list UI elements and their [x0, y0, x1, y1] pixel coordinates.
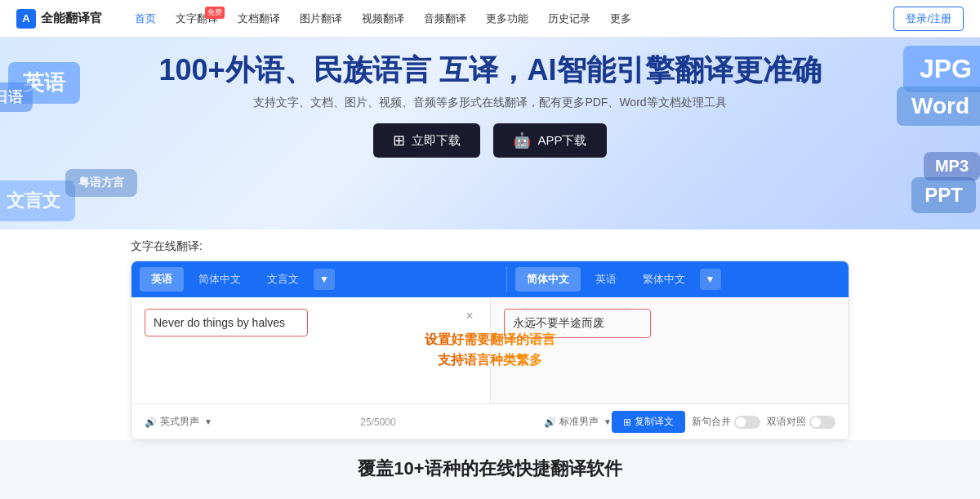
nav-item-more[interactable]: 更多	[602, 8, 639, 29]
speaker-icon: 🔊	[145, 417, 157, 428]
overlay-line2: 支持语言种类繁多	[438, 353, 542, 367]
nav-item-history[interactable]: 历史记录	[540, 8, 599, 29]
language-bar: 英语 简体中文 文言文 ▼ 简体中文 英语 繁体中文 ▼	[131, 261, 849, 297]
copy-icon: ⊞	[623, 417, 631, 428]
source-voice-label: 英式男声	[160, 415, 199, 429]
hero-buttons: ⊞ 立即下载 🤖 APP下载	[0, 123, 980, 158]
hero-content: 100+外语、民族语言 互译，AI智能引擎翻译更准确 支持文字、文档、图片、视频…	[0, 52, 980, 158]
copy-button[interactable]: ⊞ 复制译文	[612, 411, 685, 433]
source-input[interactable]: Never do things by halves	[145, 309, 308, 336]
nav-item-doc[interactable]: 文档翻译	[229, 8, 288, 29]
logo-text: 全能翻译官	[41, 11, 102, 26]
fw-ppt: PPT	[911, 177, 976, 213]
translator-box: 英语 简体中文 文言文 ▼ 简体中文 英语 繁体中文 ▼ Never do th…	[131, 261, 849, 440]
target-voice-area: 🔊 标准男声 ▼	[544, 415, 612, 429]
source-lang-simplified[interactable]: 简体中文	[187, 267, 252, 292]
nav-item-image[interactable]: 图片翻译	[292, 8, 350, 29]
login-button[interactable]: 登录/注册	[893, 7, 964, 31]
target-lang-dropdown[interactable]: ▼	[700, 269, 721, 290]
fw-classical: 文言文	[0, 180, 75, 221]
hero-title: 100+外语、民族语言 互译，AI智能引擎翻译更准确	[0, 52, 980, 87]
logo[interactable]: A 全能翻译官	[16, 9, 102, 29]
dual-label: 双语对照	[767, 415, 806, 429]
hero-subtitle: 支持文字、文档、图片、视频、音频等多形式在线翻译，配有更多PDF、Word等文档…	[0, 96, 980, 110]
app-label: APP下载	[537, 133, 586, 149]
translation-area: Never do things by halves × 永远不要半途而废 设置好…	[131, 297, 849, 403]
target-speaker-icon: 🔊	[544, 417, 556, 428]
action-buttons: ⊞ 复制译文 新句合并 双语对照	[612, 411, 835, 433]
nav-items: 首页 文字翻译 免费 文档翻译 图片翻译 视频翻译 音频翻译 更多功能 历史记录…	[127, 8, 893, 29]
translator-bottom-bar: 🔊 英式男声 ▼ 25/5000 🔊 标准男声 ▼ ⊞ 复制译文 新句合并	[131, 403, 849, 439]
merge-toggle[interactable]	[734, 416, 760, 429]
hero-section: 英语 日语 文言文 粤语方言 JPG Word PPT MP3 100+外语、民…	[0, 38, 980, 238]
source-voice-dropdown[interactable]: ▼	[204, 417, 212, 426]
nav-item-video[interactable]: 视频翻译	[354, 8, 412, 29]
target-voice-dropdown[interactable]: ▼	[604, 417, 612, 426]
source-lang-english[interactable]: 英语	[140, 267, 184, 292]
nav-item-audio[interactable]: 音频翻译	[416, 8, 474, 29]
translator-section: 文字在线翻译: 英语 简体中文 文言文 ▼ 简体中文 英语 繁体中文 ▼ Nev…	[0, 229, 980, 440]
navigation: A 全能翻译官 首页 文字翻译 免费 文档翻译 图片翻译 视频翻译 音频翻译 更…	[0, 0, 980, 38]
target-voice-button[interactable]: 🔊 标准男声 ▼	[544, 415, 612, 429]
merge-label: 新句合并	[692, 415, 731, 429]
source-lang-classical[interactable]: 文言文	[256, 267, 310, 292]
android-icon: 🤖	[513, 131, 531, 149]
char-count: 25/5000	[360, 417, 395, 428]
copy-label: 复制译文	[635, 415, 674, 429]
logo-icon: A	[16, 9, 36, 29]
merge-toggle-group: 新句合并	[692, 415, 760, 429]
hot-badge: 免费	[205, 7, 225, 19]
target-lang-english[interactable]: 英语	[584, 267, 628, 292]
overlay-line1: 设置好需要翻译的语言	[425, 332, 555, 349]
windows-icon: ⊞	[393, 131, 405, 149]
target-lang-simplified[interactable]: 简体中文	[515, 267, 581, 292]
clear-button[interactable]: ×	[466, 309, 473, 323]
source-voice-button[interactable]: 🔊 英式男声 ▼	[145, 415, 212, 429]
app-button[interactable]: 🤖 APP下载	[493, 123, 606, 158]
download-label: 立即下载	[412, 133, 461, 149]
target-lang-traditional[interactable]: 繁体中文	[631, 267, 697, 292]
target-lang-bar: 简体中文 英语 繁体中文 ▼	[506, 267, 849, 292]
dual-toggle-group: 双语对照	[767, 415, 835, 429]
download-button[interactable]: ⊞ 立即下载	[373, 123, 480, 158]
target-voice-label: 标准男声	[559, 415, 599, 429]
footer-title: 覆盖10+语种的在线快捷翻译软件	[0, 440, 980, 489]
dual-toggle[interactable]	[809, 416, 835, 429]
fw-cantonese: 粤语方言	[65, 169, 137, 197]
nav-item-more-features[interactable]: 更多功能	[478, 8, 537, 29]
nav-item-home[interactable]: 首页	[127, 8, 164, 29]
nav-item-text[interactable]: 文字翻译 免费	[167, 8, 226, 29]
source-lang-dropdown[interactable]: ▼	[314, 269, 335, 290]
overlay-hint: 设置好需要翻译的语言 支持语言种类繁多	[425, 332, 555, 369]
source-lang-bar: 英语 简体中文 文言文 ▼	[131, 267, 474, 292]
translator-label: 文字在线翻译:	[131, 229, 849, 261]
